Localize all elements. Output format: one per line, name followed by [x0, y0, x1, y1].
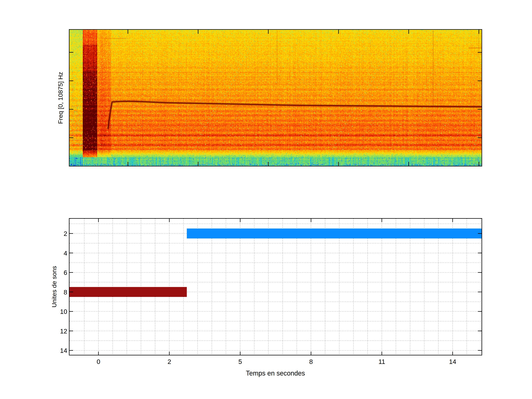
time-axis-label: Temps en secondes [246, 369, 305, 377]
y-tick-label: 4 [64, 250, 67, 256]
x-tick-label: 11 [379, 358, 385, 365]
y-tick-label: 2 [64, 230, 67, 237]
y-tick-label: 12 [60, 328, 67, 334]
y-tick-label: 6 [64, 269, 67, 276]
x-tick-label: 0 [97, 358, 100, 365]
spectrogram-plot [69, 29, 482, 166]
x-tick-label: 8 [309, 358, 313, 365]
spectrogram-ticks-overlay [70, 30, 481, 166]
x-tick-label: 2 [168, 358, 171, 365]
timeline-canvas [70, 219, 481, 355]
y-tick-label: 14 [60, 347, 67, 354]
y-tick-label: 10 [60, 308, 67, 315]
units-axis-label: Unites de sons [51, 266, 58, 308]
x-tick-label: 14 [449, 358, 456, 365]
bar-unit-2-segment [187, 228, 481, 239]
bar-unit-8-segment [70, 287, 187, 297]
freq-axis-label: Freq [0, 10875] Hz [57, 72, 64, 124]
timeline-plot [69, 218, 482, 355]
matlab-figure: Freq [0, 10875] Hz 02581114 2468101214 T… [0, 0, 532, 399]
y-tick-label: 8 [64, 289, 67, 295]
x-tick-label: 5 [239, 358, 242, 365]
